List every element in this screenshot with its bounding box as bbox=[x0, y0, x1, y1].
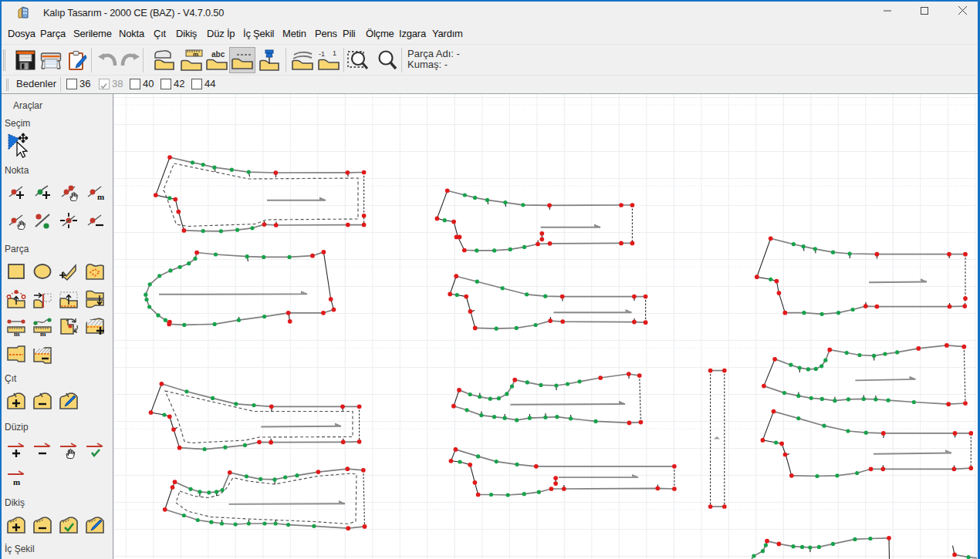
svg-text:-1: -1 bbox=[319, 50, 325, 58]
svg-text:1: 1 bbox=[333, 49, 336, 57]
svg-text:m: m bbox=[193, 51, 198, 58]
svg-text:abc: abc bbox=[211, 50, 225, 59]
svg-text:m: m bbox=[13, 477, 20, 487]
svg-text:m: m bbox=[14, 330, 20, 336]
svg-text:m: m bbox=[97, 192, 104, 201]
svg-text:m: m bbox=[40, 330, 46, 336]
